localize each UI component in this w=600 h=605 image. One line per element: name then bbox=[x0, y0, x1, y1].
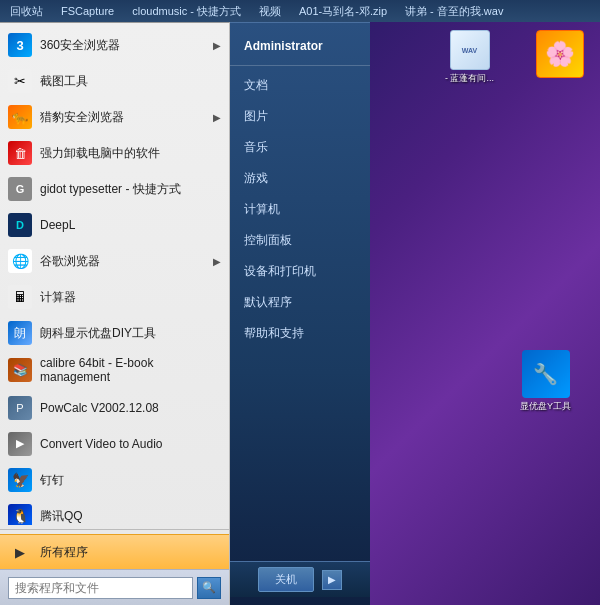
taskbar-item-recycle[interactable]: 回收站 bbox=[4, 2, 49, 21]
right-menu-documents[interactable]: 文档 bbox=[230, 70, 370, 101]
menu-item-deepl[interactable]: D DeepL bbox=[0, 207, 229, 243]
start-menu-left: 3 360安全浏览器 ▶ ✂ 截图工具 🐆 猎豹安全浏览器 ▶ 🗑 强力卸载电脑… bbox=[0, 22, 230, 605]
menu-item-calculator[interactable]: 🖩 计算器 bbox=[0, 279, 229, 315]
search-input[interactable] bbox=[8, 577, 193, 599]
menu-item-convert[interactable]: ▶ Convert Video to Audio bbox=[0, 426, 229, 462]
flower-icon: 🌸 bbox=[536, 30, 584, 78]
right-menu-controlpanel[interactable]: 控制面板 bbox=[230, 225, 370, 256]
taskbar-item-fscapture[interactable]: FSCapture bbox=[55, 3, 120, 19]
desktop-icons-area: 🌸 WAV - 蓝蓬有间... 🔧 显优盘Y工具 bbox=[525, 30, 595, 78]
menu-item-chrome[interactable]: 🌐 谷歌浏览器 ▶ bbox=[0, 243, 229, 279]
arrow-icon: ▶ bbox=[213, 256, 221, 267]
menu-divider bbox=[0, 529, 229, 530]
langke-icon: 朗 bbox=[8, 321, 32, 345]
taskbar-top: 回收站 FSCapture cloudmusic - 快捷方式 视频 A01-马… bbox=[0, 0, 600, 22]
programs-list: 3 360安全浏览器 ▶ ✂ 截图工具 🐆 猎豹安全浏览器 ▶ 🗑 强力卸载电脑… bbox=[0, 23, 229, 525]
convert-icon: ▶ bbox=[8, 432, 32, 456]
search-button[interactable]: 🔍 bbox=[197, 577, 221, 599]
shutdown-button[interactable]: 关机 bbox=[258, 567, 314, 592]
liepao-icon: 🐆 bbox=[8, 105, 32, 129]
right-menu-music[interactable]: 音乐 bbox=[230, 132, 370, 163]
qq-icon: 🐧 bbox=[8, 504, 32, 525]
menu-item-360browser[interactable]: 3 360安全浏览器 ▶ bbox=[0, 27, 229, 63]
tool-label: 显优盘Y工具 bbox=[520, 400, 571, 413]
taskbar-item-zip[interactable]: A01-马到名-邓.zip bbox=[293, 2, 393, 21]
calculator-icon: 🖩 bbox=[8, 285, 32, 309]
360browser-icon: 3 bbox=[8, 33, 32, 57]
desktop: 回收站 FSCapture cloudmusic - 快捷方式 视频 A01-马… bbox=[0, 0, 600, 605]
menu-item-liepao[interactable]: 🐆 猎豹安全浏览器 ▶ bbox=[0, 99, 229, 135]
tool-icon: 🔧 bbox=[522, 350, 570, 398]
right-menu-pictures[interactable]: 图片 bbox=[230, 101, 370, 132]
menu-item-screenshot[interactable]: ✂ 截图工具 bbox=[0, 63, 229, 99]
right-menu-computer[interactable]: 计算机 bbox=[230, 194, 370, 225]
menu-item-calibre[interactable]: 📚 calibre 64bit - E-book management bbox=[0, 351, 229, 390]
right-menu-games[interactable]: 游戏 bbox=[230, 163, 370, 194]
right-menu-defaults[interactable]: 默认程序 bbox=[230, 287, 370, 318]
chrome-icon: 🌐 bbox=[8, 249, 32, 273]
all-programs-item[interactable]: ▶ 所有程序 bbox=[0, 534, 229, 569]
arrow-icon: ▶ bbox=[213, 112, 221, 123]
scissors-icon: ✂ bbox=[8, 69, 32, 93]
search-bar: 🔍 bbox=[0, 569, 229, 605]
calibre-icon: 📚 bbox=[8, 358, 32, 382]
dingding-icon: 🦅 bbox=[8, 468, 32, 492]
uninstall-icon: 🗑 bbox=[8, 141, 32, 165]
desktop-icon-flower[interactable]: 🌸 bbox=[525, 30, 595, 78]
desktop-icon-tool[interactable]: 🔧 显优盘Y工具 bbox=[520, 350, 571, 413]
menu-item-gidot[interactable]: G gidot typesetter - 快捷方式 bbox=[0, 171, 229, 207]
taskbar-item-cloudmusic[interactable]: cloudmusic - 快捷方式 bbox=[126, 2, 247, 21]
right-menu-help[interactable]: 帮助和支持 bbox=[230, 318, 370, 349]
start-menu: 3 360安全浏览器 ▶ ✂ 截图工具 🐆 猎豹安全浏览器 ▶ 🗑 强力卸载电脑… bbox=[0, 22, 370, 605]
menu-item-langke[interactable]: 朗 朗科显示优盘DIY工具 bbox=[0, 315, 229, 351]
allprograms-icon: ▶ bbox=[8, 540, 32, 564]
right-menu-devices[interactable]: 设备和打印机 bbox=[230, 256, 370, 287]
arrow-icon: ▶ bbox=[213, 40, 221, 51]
taskbar-item-wav[interactable]: 讲弟 - 音至的我.wav bbox=[399, 2, 509, 21]
taskbar-item-video[interactable]: 视频 bbox=[253, 2, 287, 21]
menu-item-powcalc[interactable]: P PowCalc V2002.12.08 bbox=[0, 390, 229, 426]
shutdown-bar: 关机 ▶ bbox=[230, 561, 370, 597]
menu-item-dingding[interactable]: 🦅 钉钉 bbox=[0, 462, 229, 498]
wav-label: - 蓝蓬有间... bbox=[445, 72, 494, 85]
shutdown-arrow[interactable]: ▶ bbox=[322, 570, 342, 590]
username-label: Administrator bbox=[244, 39, 323, 53]
menu-item-uninstall[interactable]: 🗑 强力卸载电脑中的软件 bbox=[0, 135, 229, 171]
powcalc-icon: P bbox=[8, 396, 32, 420]
gidot-icon: G bbox=[8, 177, 32, 201]
user-section: Administrator bbox=[230, 31, 370, 66]
start-menu-right: Administrator 文档 图片 音乐 游戏 计算机 控制面板 设备和打印… bbox=[230, 22, 370, 605]
menu-item-qq[interactable]: 🐧 腾讯QQ bbox=[0, 498, 229, 525]
deepl-icon: D bbox=[8, 213, 32, 237]
wav-icon[interactable]: WAV bbox=[450, 30, 490, 70]
